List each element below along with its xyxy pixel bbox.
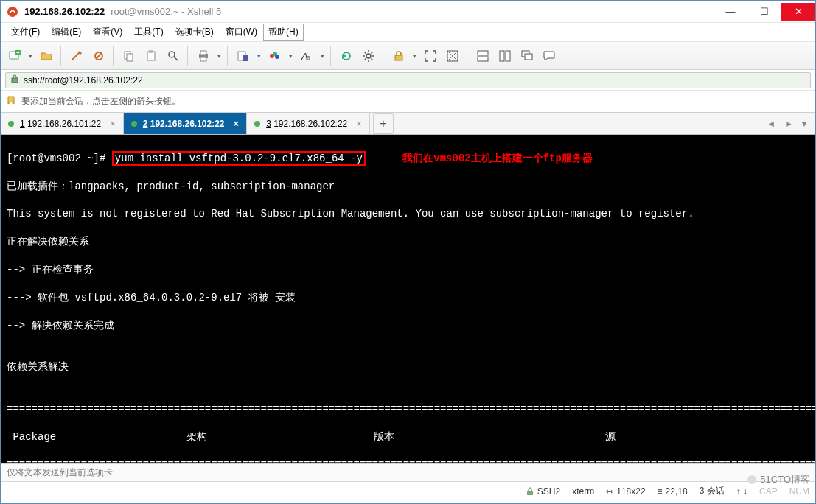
status-num: NUM [789,486,809,497]
status-cap: CAP [759,486,778,497]
terminal-line: ========================================… [7,402,809,416]
tab-close-button[interactable]: × [110,118,116,129]
bookmark-arrow-icon[interactable] [7,95,17,108]
open-session-button[interactable] [37,46,56,66]
tab-label: 192.168.26.102:22 [150,119,225,129]
address-bar: ssh://root@192.168.26.102:22 [1,70,815,91]
session-tabs: 1 192.168.26.101:22 × 2 192.168.26.102:2… [1,113,815,135]
cascade-button[interactable] [517,46,537,66]
status-dot-icon [131,121,137,127]
svg-rect-11 [200,57,206,61]
svg-rect-27 [525,54,532,60]
terminal-line: ---> 软件包 vsftpd.x86_64.0.3.0.2-9.el7 将被 … [7,291,809,305]
toolbar: ▾ ▾ ▾ ▾ Aa ▾ ▾ [1,42,815,70]
color-button[interactable] [265,46,285,66]
session-tab-2[interactable]: 2 192.168.26.102:22 × [124,113,247,134]
status-dot-icon [254,121,260,127]
tile-v-button[interactable] [495,46,515,66]
refresh-button[interactable] [337,46,356,66]
svg-text:a: a [307,54,310,61]
svg-rect-24 [500,51,504,61]
lock-button[interactable] [389,46,408,66]
svg-rect-10 [200,51,206,55]
menu-help[interactable]: 帮助(H) [263,24,304,41]
svg-point-8 [169,52,175,57]
terminal-line: Package 架构 版本 源 大小 [7,430,809,444]
svg-rect-20 [395,55,402,60]
tab-scroll-left[interactable]: ◄ [764,117,778,130]
copy-button[interactable] [119,46,139,66]
dropdown-icon[interactable]: ▾ [319,47,326,65]
menu-view[interactable]: 查看(V) [87,24,128,41]
status-dot-icon [8,121,14,127]
send-hint: 仅将文本发送到当前选项卡 [1,463,815,481]
svg-rect-28 [12,78,18,83]
svg-point-0 [7,7,18,17]
session-tab-3[interactable]: 3 192.168.26.102:22 × [247,113,370,134]
tab-number: 2 [143,119,148,129]
terminal-line: 正在解决依赖关系 [7,235,809,249]
terminal-line: 依赖关系解决 [7,360,809,374]
fullscreen-button[interactable] [421,46,440,66]
paste-button[interactable] [142,46,161,66]
tab-scroll-right[interactable]: ► [781,117,796,130]
new-session-button[interactable] [5,46,24,66]
dropdown-icon[interactable]: ▾ [256,47,262,65]
prompt: [root@vms002 ~]# [7,153,112,164]
connect-button[interactable] [67,46,86,66]
close-button[interactable]: ✕ [781,3,815,21]
svg-rect-22 [478,51,488,55]
maximize-button[interactable]: ☐ [747,3,781,21]
menu-window[interactable]: 窗口(W) [220,24,263,41]
menu-file[interactable]: 文件(F) [5,24,46,41]
dropdown-icon[interactable]: ▾ [411,47,418,65]
svg-rect-29 [527,491,533,495]
properties-button[interactable] [234,46,253,66]
svg-point-16 [275,55,279,59]
font-button[interactable]: Aa [297,46,316,66]
svg-rect-5 [127,54,133,61]
tab-close-button[interactable]: × [234,118,240,129]
find-button[interactable] [164,46,183,66]
svg-rect-25 [506,51,510,61]
status-sessions: 3 会话 [700,485,725,497]
disconnect-button[interactable] [89,46,108,66]
tab-number: 1 [20,119,25,129]
terminal-output[interactable]: [root@vms002 ~]# yum install vsftpd-3.0.… [1,135,815,463]
add-tab-button[interactable]: + [373,113,394,134]
svg-point-19 [366,54,371,58]
tab-list-button[interactable]: ▾ [799,117,809,130]
command-highlight: yum install vsftpd-3.0.2-9.el7.x86_64 -y [112,151,366,166]
dropdown-icon[interactable]: ▾ [287,47,294,65]
menu-tools[interactable]: 工具(T) [128,24,169,41]
minimize-button[interactable]: — [714,3,747,21]
svg-rect-23 [478,57,488,61]
tile-h-button[interactable] [473,46,492,66]
svg-rect-13 [243,55,248,61]
dropdown-icon[interactable]: ▾ [27,47,34,65]
menu-tabs[interactable]: 选项卡(B) [170,24,220,41]
session-tab-1[interactable]: 1 192.168.26.101:22 × [1,113,124,134]
transparent-button[interactable] [443,46,462,66]
svg-rect-7 [149,50,153,53]
title-bar: 192.168.26.102:22 root@vms002:~ - Xshell… [1,1,815,23]
chat-button[interactable] [540,46,559,66]
lock-icon [10,74,19,85]
print-button[interactable] [194,46,213,66]
tab-label: 192.168.26.101:22 [27,119,101,129]
dropdown-icon[interactable]: ▾ [216,47,223,65]
status-cursor: ≡22,18 [658,486,688,497]
address-input[interactable]: ssh://root@192.168.26.102:22 [5,72,811,88]
terminal-line: ========================================… [7,458,809,463]
send-hint-text: 仅将文本发送到当前选项卡 [7,466,113,479]
terminal-line: --> 解决依赖关系完成 [7,319,809,333]
settings-button[interactable] [359,46,378,66]
window-title-host: 192.168.26.102:22 [24,6,105,17]
status-updown: ↑ ↓ [736,486,747,497]
tab-close-button[interactable]: × [356,118,362,129]
tip-bar: 要添加当前会话，点击左侧的箭头按钮。 [1,91,815,113]
menu-edit[interactable]: 编辑(E) [46,24,87,41]
status-size: ⇿118x22 [606,486,645,497]
app-icon [7,6,18,18]
menu-bar: 文件(F) 编辑(E) 查看(V) 工具(T) 选项卡(B) 窗口(W) 帮助(… [1,23,815,42]
